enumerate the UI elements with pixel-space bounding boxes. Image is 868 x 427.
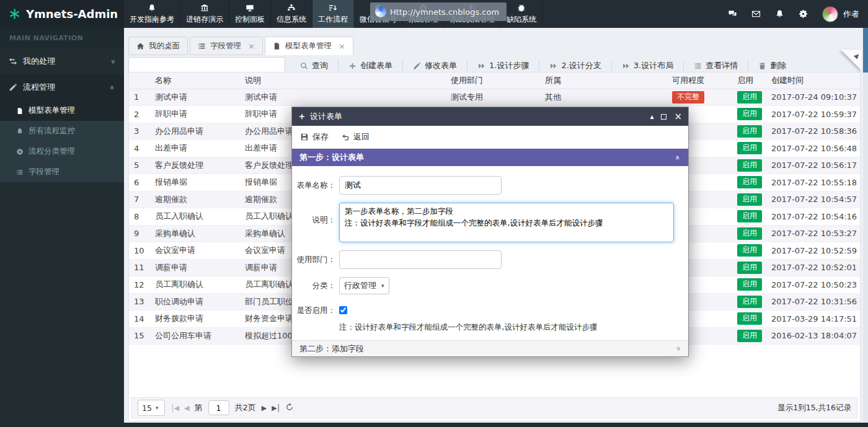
step1-section-header[interactable]: 第一步：设计表单 «: [292, 149, 688, 166]
enabled-badge[interactable]: 启用: [737, 227, 762, 240]
sidebar-subitem[interactable]: 模型表单管理: [0, 100, 124, 121]
enabled-badge[interactable]: 启用: [737, 244, 762, 257]
form-name-input[interactable]: [339, 176, 502, 195]
column-header[interactable]: 说明: [240, 73, 446, 89]
enabled-badge[interactable]: 启用: [737, 330, 762, 342]
last-page-button[interactable]: ▶│: [272, 404, 280, 412]
form-desc-textarea[interactable]: 第一步表单名称，第二步加字段 注：设计好表单和字段才能组成一个完整的表单,设计好…: [339, 203, 674, 242]
row-number: 8: [129, 208, 150, 226]
gears-icon[interactable]: [799, 9, 808, 19]
nav-item[interactable]: 信息系统: [271, 0, 312, 28]
save-button[interactable]: 保存: [300, 131, 329, 143]
envelope-icon[interactable]: [751, 9, 761, 19]
form-name-label: 表单名称：: [296, 176, 335, 195]
nav-item[interactable]: 工作流程: [312, 0, 354, 28]
table-row[interactable]: 1测试申请测试申请测试专用其他不完整启用2017-07-24 09:10:37: [129, 89, 860, 106]
close-button[interactable]: ×: [674, 112, 682, 121]
corner-fold-toggle[interactable]: [841, 50, 862, 71]
nav-item[interactable]: 控制面板: [229, 0, 271, 28]
enabled-badge[interactable]: 启用: [737, 193, 762, 206]
tab-close-icon[interactable]: ×: [339, 42, 345, 51]
cell-name: 办公用品申请: [150, 123, 240, 140]
pencil-icon: [413, 62, 421, 70]
nav-item-label: 控制面板: [235, 14, 265, 25]
form-dept-input[interactable]: [339, 250, 502, 269]
refresh-button[interactable]: [285, 403, 294, 413]
enabled-badge[interactable]: 启用: [737, 278, 762, 291]
column-header[interactable]: [129, 73, 150, 89]
watermark-logo: [375, 6, 386, 17]
cell-created: 2017-07-22 10:56:48: [766, 140, 860, 157]
enabled-badge[interactable]: 启用: [737, 176, 762, 188]
comments-icon[interactable]: [728, 9, 737, 19]
enabled-badge[interactable]: 启用: [737, 296, 762, 308]
modal-controls: ▴ ×: [650, 112, 682, 121]
row-number: 4: [129, 140, 150, 157]
enabled-badge[interactable]: 启用: [737, 125, 762, 138]
divider: [338, 60, 339, 71]
enabled-badge[interactable]: 启用: [737, 262, 762, 274]
next-page-button[interactable]: ▶: [262, 404, 266, 412]
bell-icon[interactable]: [775, 9, 784, 19]
enabled-badge[interactable]: 启用: [737, 91, 762, 103]
maximize-button[interactable]: [661, 114, 666, 120]
tab-label: 我的桌面: [149, 41, 180, 51]
form-category-label: 分类：: [296, 277, 335, 294]
nav-item[interactable]: 进销存演示: [180, 0, 229, 28]
form-dept-label: 使用部门：: [296, 250, 335, 269]
enabled-badge[interactable]: 启用: [737, 108, 762, 120]
user-name: 作者: [843, 9, 859, 20]
nav-item[interactable]: 开发指南参考: [124, 0, 180, 28]
page-label: 第: [195, 402, 203, 413]
tab-close-icon[interactable]: ×: [248, 42, 255, 51]
page-size-value: 15: [142, 403, 152, 413]
step2-section-header[interactable]: 第二步：添加字段 «: [292, 340, 688, 356]
column-header[interactable]: 使用部门: [446, 73, 540, 89]
enabled-badge[interactable]: 启用: [737, 159, 762, 172]
cell-enabled: 启用: [732, 123, 766, 140]
plus-icon: [348, 62, 356, 70]
page-number-input[interactable]: [208, 400, 229, 415]
scrollbar-thumb[interactable]: [863, 28, 868, 73]
enabled-checkbox[interactable]: [339, 306, 347, 314]
prev-page-button[interactable]: ◀: [184, 404, 188, 412]
sidebar-item[interactable]: 流程管理«: [0, 74, 124, 100]
tab[interactable]: 字段管理×: [190, 37, 263, 55]
user-menu[interactable]: 作者: [822, 6, 859, 22]
column-header[interactable]: 所属: [540, 73, 667, 89]
page-size-select[interactable]: 15 ▾: [138, 400, 165, 416]
enabled-badge[interactable]: 启用: [737, 210, 762, 222]
modal-titlebar[interactable]: 设计表单 ▴ ×: [292, 107, 688, 126]
plus-icon: [298, 113, 306, 120]
column-header[interactable]: 创建时间: [766, 73, 860, 89]
sidebar-item[interactable]: 我的处理«: [0, 48, 124, 74]
nav-item[interactable]: 缺陷系统: [501, 0, 542, 28]
column-header[interactable]: 启用: [732, 73, 766, 89]
sidebar-header: MAIN NAVIGATION: [0, 28, 124, 48]
sidebar-subitem[interactable]: 流程分类管理: [0, 141, 124, 162]
sidebar-subitem[interactable]: 所有流程监控: [0, 121, 124, 141]
column-header[interactable]: 可用程度: [667, 73, 732, 89]
back-button[interactable]: 返回: [341, 131, 370, 143]
design-form-modal: 设计表单 ▴ × 保存 返回 第一步：设计表单 « 表单名称：: [291, 107, 689, 357]
minimize-button[interactable]: ▴: [650, 113, 653, 120]
home-icon: [136, 42, 144, 50]
divider: [611, 60, 612, 71]
sidebar-subitem[interactable]: 字段管理: [0, 162, 124, 182]
cell-name: 调薪申请: [150, 259, 240, 276]
enabled-badge[interactable]: 启用: [737, 142, 762, 154]
cell-created: 2017-07-22 10:59:37: [766, 106, 860, 123]
cell-name: 员工入职确认: [150, 208, 240, 226]
sidebar-submenu: 模型表单管理所有流程监控流程分类管理字段管理: [0, 100, 124, 182]
tab[interactable]: 模型表单管理×: [265, 37, 353, 55]
brand[interactable]: Ymnets-Admin: [0, 0, 124, 28]
tab[interactable]: 我的桌面: [128, 37, 188, 55]
column-header[interactable]: 名称: [150, 73, 240, 89]
cell-enabled: 启用: [732, 276, 766, 294]
sidebar: MAIN NAVIGATION 我的处理«流程管理«模型表单管理所有流程监控流程…: [0, 28, 124, 423]
row-number: 12: [129, 276, 150, 294]
enabled-badge[interactable]: 启用: [737, 312, 762, 325]
cell-created: 2017-07-22 10:53:27: [766, 225, 860, 242]
category-select[interactable]: 行政管理 ▾: [339, 277, 389, 294]
first-page-button[interactable]: │◀: [170, 404, 179, 412]
